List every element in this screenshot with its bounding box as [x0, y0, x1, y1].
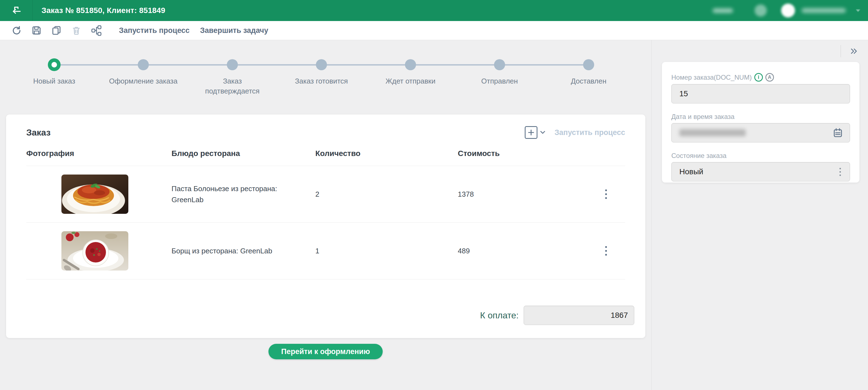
add-row-dropdown-caret[interactable] — [540, 131, 545, 134]
order-status-stepper: Новый заказ Оформление заказа Заказ подт… — [0, 40, 651, 107]
exit-arrow-icon — [11, 5, 22, 16]
row-menu-button[interactable] — [602, 187, 610, 202]
total-row: К оплате: 1867 — [6, 306, 645, 325]
col-header-qty: Количество — [315, 149, 458, 158]
step-dot-awaiting-shipment — [405, 59, 416, 70]
refresh-button[interactable] — [9, 24, 24, 37]
field-label: Состояние заказа — [671, 152, 726, 159]
main-column: Новый заказ Оформление заказа Заказ подт… — [0, 40, 651, 390]
step-label: Заказ готовится — [280, 76, 363, 86]
kebab-icon — [605, 189, 607, 191]
col-header-dish: Блюдо ресторана — [172, 149, 315, 158]
step-label: Отправлен — [458, 76, 541, 86]
refresh-icon — [11, 25, 22, 36]
go-to-checkout-button[interactable]: Перейти к оформлению — [268, 344, 382, 359]
save-button[interactable] — [29, 24, 44, 37]
step-label: Новый заказ — [13, 76, 96, 86]
avatar[interactable] — [781, 4, 795, 18]
doc-num-value: 15 — [679, 89, 843, 98]
kebab-icon — [839, 168, 841, 169]
back-button[interactable] — [0, 0, 33, 21]
add-row-button[interactable] — [525, 126, 537, 139]
col-header-photo: Фотография — [26, 149, 172, 158]
doc-num-input[interactable]: 15 — [671, 84, 850, 103]
order-properties-card: Номер заказа(DOC_NUM) i A 15 Дата и врем… — [662, 62, 860, 183]
step-dot-delivered — [583, 59, 594, 70]
state-menu-button[interactable] — [837, 166, 843, 178]
kebab-icon — [605, 246, 607, 248]
order-card: Заказ Запустить процесс — [6, 115, 645, 338]
chevron-down-icon — [540, 131, 545, 134]
field-order-datetime: Дата и время заказа — [671, 113, 850, 143]
order-datetime-input[interactable] — [671, 123, 850, 143]
toolbar: Запустить процесс Завершить задачу — [0, 21, 868, 40]
order-items-table: Фотография Блюдо ресторана Количество Ст… — [6, 141, 645, 279]
user-menu-caret-icon[interactable] — [856, 9, 860, 12]
order-state-select[interactable]: Новый — [671, 162, 850, 181]
order-card-title: Заказ — [26, 127, 51, 138]
copy-button[interactable] — [49, 24, 64, 37]
pasta-bolognese-photo — [61, 175, 128, 214]
borscht-photo — [61, 231, 128, 271]
step-dot-new-order — [48, 58, 61, 71]
app-header: Заказ № 851850, Клиент: 851849 — [0, 0, 868, 21]
content-area: Новый заказ Оформление заказа Заказ подт… — [0, 40, 868, 390]
toolbar-complete-task-button[interactable]: Завершить задачу — [200, 26, 268, 35]
total-label: К оплате: — [480, 310, 519, 321]
step-label: Заказ подтверждается — [199, 76, 266, 96]
table-header-row: Фотография Блюдо ресторана Количество Ст… — [26, 141, 625, 166]
process-map-button[interactable] — [89, 24, 104, 37]
dish-qty: 1 — [315, 247, 458, 255]
dish-name: Борщ из ресторана: GreenLab — [172, 245, 315, 257]
process-flow-icon — [91, 25, 102, 36]
dish-name: Паста Болоньезе из ресторана: GreenLab — [172, 183, 315, 205]
delete-button[interactable] — [69, 24, 84, 37]
col-header-price: Стоимость — [458, 149, 587, 158]
step-dot-sent — [494, 59, 505, 70]
save-icon — [31, 25, 42, 36]
step-label: Оформление заказа — [102, 76, 185, 86]
table-row: Борщ из ресторана: GreenLab 1 489 — [26, 223, 625, 279]
plus-icon — [528, 129, 534, 136]
total-amount-field[interactable]: 1867 — [524, 306, 634, 325]
double-chevron-right-icon — [850, 47, 858, 55]
field-order-state: Состояние заказа Новый — [671, 152, 850, 181]
toolbar-run-process-button[interactable]: Запустить процесс — [119, 26, 189, 35]
redacted-datetime-value — [679, 129, 746, 137]
collapse-panel-button[interactable] — [850, 47, 858, 55]
notifications-icon[interactable] — [754, 4, 767, 17]
dish-qty: 2 — [315, 190, 458, 199]
header-user-area — [713, 0, 868, 21]
field-label: Номер заказа(DOC_NUM) — [671, 73, 752, 81]
step-dot-checkout — [138, 59, 149, 70]
dish-price: 489 — [458, 247, 587, 255]
calendar-button[interactable] — [833, 127, 843, 138]
step-label: Доставлен — [547, 76, 630, 86]
access-icon[interactable]: A — [765, 73, 774, 82]
redacted-user-name — [802, 8, 846, 13]
calendar-icon — [833, 127, 843, 138]
copy-icon — [51, 25, 62, 36]
redacted-header-text — [713, 8, 733, 13]
page-title: Заказ № 851850, Клиент: 851849 — [41, 6, 165, 15]
field-label: Дата и время заказа — [671, 113, 735, 121]
info-icon[interactable]: i — [754, 73, 763, 82]
row-menu-button[interactable] — [602, 243, 610, 258]
side-panel: Номер заказа(DOC_NUM) i A 15 Дата и врем… — [651, 40, 868, 390]
field-doc-num: Номер заказа(DOC_NUM) i A 15 — [671, 73, 850, 103]
step-dot-preparing — [316, 59, 327, 70]
order-state-value: Новый — [679, 167, 837, 176]
panel-divider — [841, 45, 841, 57]
step-label: Ждет отправки — [369, 76, 452, 86]
step-dot-confirming — [227, 59, 238, 70]
table-row: Паста Болоньезе из ресторана: GreenLab 2… — [26, 166, 625, 223]
dish-price: 1378 — [458, 190, 587, 199]
trash-icon — [71, 25, 82, 36]
card-run-process-button[interactable]: Запустить процесс — [555, 128, 625, 137]
